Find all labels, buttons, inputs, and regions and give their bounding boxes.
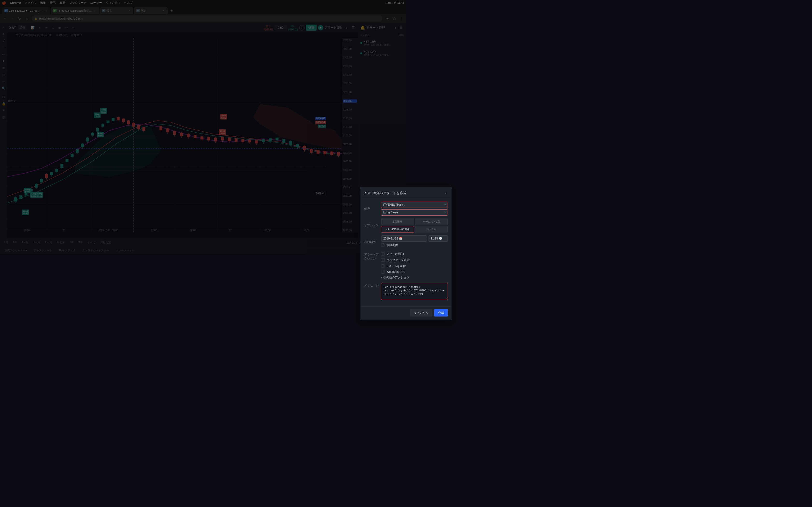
condition-indicator-value: [TVExtBot]Halv... xyxy=(383,203,405,207)
option-bar-close[interactable]: バーの終値毎に1回 xyxy=(381,226,406,232)
modal-body: 条件 [TVExtBot]Halv... ▾ Long Close ▾ xyxy=(360,198,406,254)
modal-title: XBT, 15分のアラートを作成 xyxy=(364,191,406,195)
option-once[interactable]: 1回限り xyxy=(381,219,406,225)
expiry-controls: 2019-11-22 📅 11:38 🕐 無限期限 xyxy=(381,235,406,249)
calendar-icon: 📅 xyxy=(399,237,402,240)
create-alert-modal: XBT, 15分のアラートを作成 × 条件 [TVExtBot]Halv... … xyxy=(360,187,406,254)
actions-section: アラートアクション アプリに通知 ポップアップ表示 xyxy=(364,252,406,254)
expiry-date-input[interactable]: 2019-11-22 📅 xyxy=(381,235,406,242)
actions-content: アプリに通知 ポップアップ表示 Eメールを送付 Webhook URL xyxy=(381,252,406,254)
action-app-label: アプリに通知 xyxy=(387,252,404,254)
options-label: オプション xyxy=(364,223,381,227)
actions-label-col: アラートアクション xyxy=(364,252,381,254)
expiry-label: 有効期限 xyxy=(364,240,381,244)
condition-row: 条件 [TVExtBot]Halv... ▾ Long Close ▾ xyxy=(364,202,406,216)
condition-type-row: Long Close ▾ xyxy=(381,209,406,216)
modal-header: XBT, 15分のアラートを作成 × xyxy=(360,187,406,198)
options-grid: 1回限り バーにつき1回 バーの終値毎に1回 毎分1回 xyxy=(381,219,406,232)
condition-indicator-dropdown[interactable]: [TVExtBot]Halv... ▾ xyxy=(381,202,406,208)
unlimited-label: 無限期限 xyxy=(387,243,398,247)
condition-type-value: Long Close xyxy=(383,211,398,214)
expiry-row: 有効期限 2019-11-22 📅 11:38 🕐 xyxy=(364,235,406,249)
condition-label: 条件 xyxy=(364,207,381,211)
options-row: オプション 1回限り バーにつき1回 バーの終値毎に1回 毎分1回 xyxy=(364,219,406,232)
unlimited-row: 無限期限 xyxy=(381,243,406,247)
condition-type-dropdown[interactable]: Long Close ▾ xyxy=(381,209,406,216)
expiry-datetime-row: 2019-11-22 📅 11:38 🕐 xyxy=(381,235,406,242)
expiry-date-value: 2019-11-22 xyxy=(383,237,398,240)
unlimited-checkbox[interactable] xyxy=(381,243,385,247)
action-app-checkbox[interactable] xyxy=(381,252,385,253)
condition-controls: [TVExtBot]Halv... ▾ Long Close ▾ xyxy=(381,202,406,216)
modal-overlay: XBT, 15分のアラートを作成 × 条件 [TVExtBot]Halv... … xyxy=(0,0,406,253)
action-app-row: アプリに通知 xyxy=(381,252,406,254)
actions-label: アラートアクション xyxy=(364,253,379,254)
